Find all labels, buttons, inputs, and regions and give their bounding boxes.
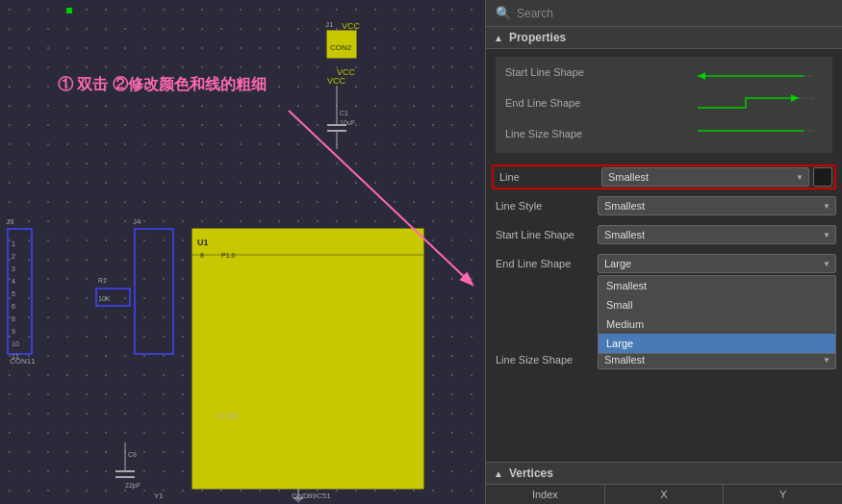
vertices-table: Index X Y: [486, 485, 842, 504]
shape-preview-svg: [688, 62, 823, 148]
svg-text:10: 10: [12, 340, 19, 347]
svg-text:2: 2: [12, 253, 15, 260]
start-line-shape-select-container: Smallest: [598, 225, 836, 244]
right-panel: 🔍 ▲ Properties Start Line Shape End Line…: [486, 0, 842, 504]
svg-text:R1: R1: [98, 277, 107, 284]
end-line-shape-select[interactable]: Smallest Small Medium Large: [598, 254, 836, 273]
svg-rect-5: [192, 229, 423, 489]
vertices-section-header[interactable]: ▲ Vertices: [486, 463, 842, 485]
properties-triangle: ▲: [494, 33, 503, 43]
line-style-prop-row: Line Style Smallest: [492, 193, 836, 218]
svg-text:11: 11: [12, 353, 19, 360]
search-input[interactable]: [517, 7, 832, 20]
dropdown-item-medium[interactable]: Medium: [599, 315, 835, 334]
svg-text:CON8: CON8: [217, 412, 239, 420]
svg-text:89C51: 89C51: [308, 491, 331, 500]
vertices-triangle: ▲: [494, 468, 503, 479]
end-line-shape-prop-label: End Line Shape: [492, 258, 598, 269]
line-style-select-wrapper: Smallest: [598, 196, 836, 215]
dropdown-item-large[interactable]: Large: [599, 334, 835, 353]
svg-text:P1.0: P1.0: [221, 252, 236, 259]
start-line-shape-prop-row: Start Line Shape Smallest: [492, 222, 836, 247]
svg-text:22pF: 22pF: [125, 482, 140, 490]
line-size-shape-prop-label: Line Size Shape: [492, 354, 598, 365]
end-line-shape-select-wrapper: Smallest Small Medium Large Smallest Sma…: [598, 254, 836, 273]
line-select-container: Smallest Small Medium Large: [601, 167, 832, 187]
svg-text:8: 8: [12, 315, 15, 322]
svg-text:VCC: VCC: [327, 76, 346, 86]
svg-text:VCC: VCC: [342, 21, 361, 31]
search-icon: 🔍: [496, 6, 511, 20]
start-line-shape-select[interactable]: Smallest: [598, 225, 836, 244]
svg-text:5: 5: [12, 290, 15, 297]
vtx-col-index: Index: [486, 485, 605, 504]
end-line-shape-prop-row: End Line Shape Smallest Small Medium Lar…: [492, 251, 836, 276]
svg-marker-51: [698, 72, 705, 80]
svg-marker-53: [791, 94, 799, 102]
svg-text:8: 8: [200, 252, 204, 259]
dropdown-item-small[interactable]: Small: [599, 295, 835, 315]
properties-section-header[interactable]: ▲ Properties: [486, 27, 842, 49]
svg-text:C1: C1: [340, 110, 348, 116]
schematic-panel: ① 双击 ②修改颜色和线的粗细 VCC J1 CON2 VCC U1 8 P1.…: [0, 0, 486, 504]
svg-text:10K: 10K: [98, 295, 111, 302]
svg-text:1: 1: [12, 240, 15, 247]
line-select-wrapper: Smallest Small Medium Large: [601, 167, 809, 187]
svg-text:6: 6: [12, 303, 15, 310]
start-line-shape-label: Start Line Shape: [505, 66, 584, 78]
svg-text:4: 4: [12, 278, 15, 285]
dropdown-item-smallest[interactable]: Smallest: [599, 276, 835, 295]
svg-text:3: 3: [12, 265, 15, 272]
search-bar: 🔍: [486, 0, 842, 27]
properties-label: Properties: [509, 31, 566, 44]
line-size-shape-label: Line Size Shape: [505, 128, 582, 139]
svg-rect-23: [135, 229, 173, 354]
svg-text:J1: J1: [325, 20, 334, 29]
svg-text:J4: J4: [133, 217, 141, 226]
vertices-section: ▲ Vertices Index X Y: [486, 462, 842, 504]
svg-text:J3: J3: [6, 217, 14, 226]
end-line-shape-label: End Line Shape: [505, 97, 580, 109]
svg-text:Y1: Y1: [154, 491, 164, 500]
start-line-shape-prop-label: Start Line Shape: [492, 229, 598, 240]
line-style-label: Line Style: [492, 200, 598, 212]
end-line-shape-select-container: Smallest Small Medium Large Smallest Sma…: [598, 254, 836, 273]
line-label: Line: [496, 171, 601, 183]
line-style-select-container: Smallest: [598, 196, 836, 215]
svg-text:U1: U1: [197, 238, 209, 247]
line-select[interactable]: Smallest Small Medium Large: [601, 167, 809, 187]
svg-rect-41: [66, 8, 72, 13]
svg-text:CON2: CON2: [330, 43, 352, 52]
svg-text:10uF: 10uF: [340, 119, 355, 126]
line-color-box[interactable]: [813, 167, 832, 187]
svg-text:9: 9: [12, 328, 15, 335]
end-line-shape-dropdown: Smallest Small Medium Large: [598, 275, 836, 354]
vtx-col-y: Y: [724, 485, 842, 504]
vertices-label: Vertices: [509, 466, 553, 480]
start-line-shape-select-wrapper: Smallest: [598, 225, 836, 244]
svg-text:C8: C8: [128, 451, 137, 458]
line-style-select[interactable]: Smallest: [598, 196, 836, 215]
line-prop-row: Line Smallest Small Medium Large: [492, 164, 836, 189]
schematic-svg: VCC J1 CON2 VCC U1 8 P1.0 J3 CON11 1 2 3…: [0, 0, 486, 504]
vtx-col-x: X: [605, 485, 725, 504]
prop-rows: Line Smallest Small Medium Large Line St…: [486, 161, 842, 462]
line-shape-preview: Start Line Shape End Line Shape Line Siz…: [496, 57, 832, 153]
